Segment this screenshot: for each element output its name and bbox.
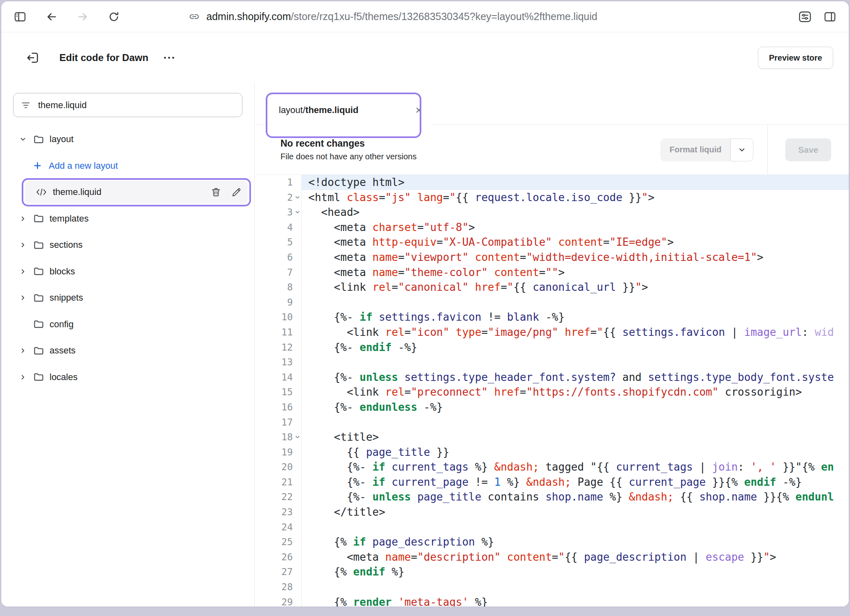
- line-number: 20: [255, 460, 302, 475]
- chevron-right-icon[interactable]: [19, 241, 27, 249]
- code-line-text: </title>: [302, 505, 849, 520]
- line-number: 2: [255, 190, 302, 205]
- sidebar-item-templates[interactable]: templates: [1, 206, 254, 232]
- chevron-down-icon[interactable]: [19, 136, 27, 143]
- code-line: 17: [255, 415, 849, 430]
- sidebar-item-label: config: [50, 319, 74, 330]
- format-options-dropdown[interactable]: [730, 138, 753, 161]
- line-number: 27: [255, 564, 302, 580]
- code-line: 7 <meta name="theme-color" content="">: [255, 265, 849, 280]
- link-icon: [189, 11, 200, 22]
- code-line: 28: [255, 580, 849, 595]
- line-number: 16: [255, 400, 302, 415]
- more-menu-icon[interactable]: [162, 55, 176, 60]
- add-layout-label: Add a new layout: [49, 161, 118, 171]
- sidebar-item-locales[interactable]: locales: [1, 364, 254, 391]
- sidebar-item-label: layout: [50, 134, 74, 145]
- file-search[interactable]: [13, 93, 242, 117]
- code-line: 3 <head>: [255, 205, 849, 220]
- code-line-text: {%- if current_page != 1 %} &ndash; Page…: [302, 475, 849, 490]
- line-number: 3: [255, 205, 302, 220]
- chevron-right-icon[interactable]: [19, 374, 27, 381]
- code-line: 9: [255, 295, 849, 310]
- code-line: 12 {%- endif -%}: [255, 340, 849, 355]
- code-line: 27 {% endif %}: [255, 564, 849, 580]
- tab-strip: layout/theme.liquid: [255, 83, 849, 125]
- code-line-text: {%- endif -%}: [302, 340, 849, 355]
- status-title: No recent changes: [280, 138, 660, 149]
- line-number: 24: [255, 520, 302, 535]
- fold-icon[interactable]: [294, 209, 301, 215]
- sidebar-item-label: sections: [50, 240, 83, 250]
- folder-icon: [33, 371, 44, 383]
- code-line: 23 </title>: [255, 505, 849, 520]
- sidebar-item-layout[interactable]: layout: [1, 126, 254, 153]
- back-icon[interactable]: [45, 11, 58, 23]
- code-line-text: <!doctype html>: [302, 175, 849, 190]
- sidebar-item-theme-liquid[interactable]: theme.liquid: [1, 179, 254, 206]
- address-bar[interactable]: admin.shopify.com/store/rzq1xu-f5/themes…: [189, 11, 597, 23]
- url-text: admin.shopify.com/store/rzq1xu-f5/themes…: [206, 11, 597, 23]
- code-line: 16 {%- endunless -%}: [255, 400, 849, 415]
- save-zone: Save: [767, 125, 849, 174]
- split-view-icon[interactable]: [823, 10, 836, 23]
- chevron-right-icon[interactable]: [19, 347, 27, 354]
- code-line: 24: [255, 520, 849, 535]
- delete-icon[interactable]: [210, 187, 222, 198]
- line-number: 17: [255, 415, 302, 430]
- folder-icon: [33, 345, 44, 356]
- line-number: 23: [255, 505, 302, 520]
- code-line-text: <meta charset="utf-8">: [302, 220, 849, 235]
- code-line: 11 <link rel="icon" type="image/png" hre…: [255, 325, 849, 340]
- edit-icon[interactable]: [231, 187, 242, 198]
- reload-icon[interactable]: [108, 11, 120, 23]
- sidebar-item-snippets[interactable]: snippets: [1, 285, 254, 311]
- sidebar-item-label: snippets: [50, 292, 83, 303]
- line-number: 9: [255, 295, 302, 310]
- code-line: 14 {%- unless settings.type_header_font.…: [255, 370, 849, 385]
- preview-store-button[interactable]: Preview store: [758, 47, 833, 69]
- code-line: 8 <link rel="canonical" href="{{ canonic…: [255, 280, 849, 295]
- code-line-text: <meta name="viewport" content="width=dev…: [302, 250, 849, 265]
- format-liquid-button[interactable]: Format liquid: [660, 138, 753, 161]
- sidebar-toggle-icon[interactable]: [14, 10, 27, 23]
- code-line-text: <head>: [302, 205, 849, 220]
- save-button[interactable]: Save: [785, 138, 831, 161]
- code-line-text: [302, 355, 849, 370]
- chevron-right-icon[interactable]: [19, 294, 27, 301]
- folder-icon: [33, 266, 44, 277]
- sidebar-item-blocks[interactable]: blocks: [1, 258, 254, 285]
- line-number: 19: [255, 445, 302, 460]
- tab-theme-liquid[interactable]: layout/theme.liquid: [270, 95, 432, 125]
- sidebar-item-config[interactable]: config: [1, 311, 254, 338]
- folder-icon: [33, 319, 44, 330]
- sidebar-item-sections[interactable]: sections: [1, 232, 254, 258]
- code-editor[interactable]: 1<!doctype html>2<html class="js" lang="…: [255, 175, 849, 607]
- line-number: 8: [255, 280, 302, 295]
- sidebar-item-label: assets: [50, 345, 76, 356]
- page-title: Edit code for Dawn: [59, 52, 148, 63]
- chevron-right-icon[interactable]: [19, 268, 27, 275]
- code-line-text: [302, 580, 849, 595]
- folder-icon: [33, 134, 44, 145]
- fold-icon[interactable]: [294, 434, 301, 440]
- forward-icon[interactable]: [77, 11, 89, 23]
- close-icon[interactable]: [415, 106, 423, 114]
- line-number: 15: [255, 385, 302, 400]
- folder-icon: [33, 292, 44, 303]
- exit-editor-icon[interactable]: [26, 51, 40, 65]
- chevron-right-icon[interactable]: [19, 215, 27, 222]
- code-line-text: [302, 520, 849, 535]
- line-number: 4: [255, 220, 302, 235]
- code-line: 6 <meta name="viewport" content="width=d…: [255, 250, 849, 265]
- tab-label: layout/theme.liquid: [279, 105, 358, 116]
- code-line-text: <link rel="canonical" href="{{ canonical…: [302, 280, 849, 295]
- content-area: layoutAdd a new layouttheme.liquidtempla…: [1, 83, 849, 607]
- add-layout-button[interactable]: Add a new layout: [1, 153, 254, 179]
- sidebar-item-assets[interactable]: assets: [1, 337, 254, 364]
- fold-icon[interactable]: [294, 194, 301, 200]
- browser-nav-controls: [14, 10, 120, 23]
- file-search-input[interactable]: [37, 100, 235, 111]
- file-sidebar: layoutAdd a new layouttheme.liquidtempla…: [1, 83, 255, 607]
- extensions-toggles-icon[interactable]: [798, 10, 812, 24]
